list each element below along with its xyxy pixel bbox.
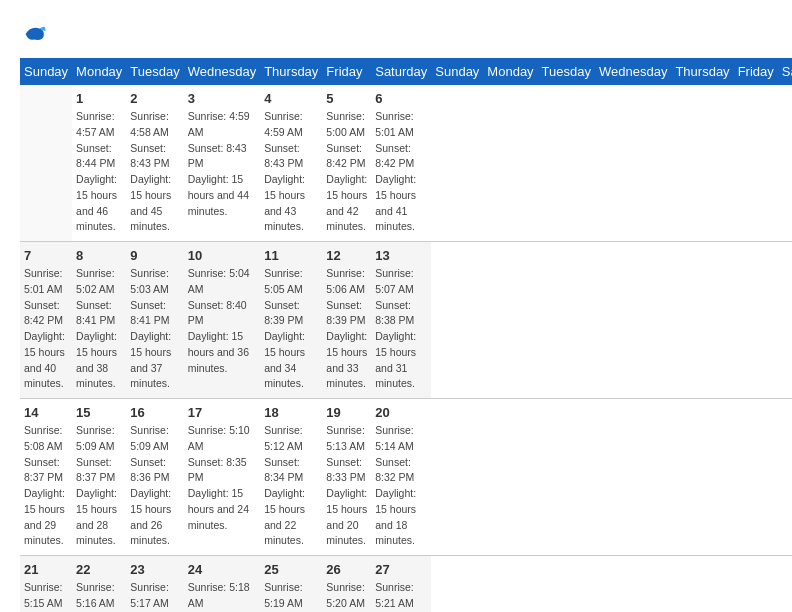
calendar-cell: 10Sunrise: 5:04 AMSunset: 8:40 PMDayligh…: [184, 242, 260, 399]
calendar-cell: 1Sunrise: 4:57 AMSunset: 8:44 PMDaylight…: [72, 85, 126, 242]
calendar-cell: 3Sunrise: 4:59 AMSunset: 8:43 PMDaylight…: [184, 85, 260, 242]
calendar-cell: 2Sunrise: 4:58 AMSunset: 8:43 PMDaylight…: [126, 85, 183, 242]
calendar-cell: [20, 85, 72, 242]
logo-icon: [20, 20, 48, 48]
day-info: Sunrise: 4:57 AMSunset: 8:44 PMDaylight:…: [76, 109, 122, 235]
day-info: Sunrise: 5:17 AMSunset: 8:29 PMDaylight:…: [130, 580, 179, 612]
calendar-table: SundayMondayTuesdayWednesdayThursdayFrid…: [20, 58, 792, 612]
day-number: 6: [375, 91, 427, 106]
day-info: Sunrise: 4:59 AMSunset: 8:43 PMDaylight:…: [188, 109, 256, 219]
calendar-cell: 7Sunrise: 5:01 AMSunset: 8:42 PMDaylight…: [20, 242, 72, 399]
day-number: 8: [76, 248, 122, 263]
day-number: 1: [76, 91, 122, 106]
header-day-wednesday: Wednesday: [595, 58, 671, 85]
header-day-sunday: Sunday: [431, 58, 483, 85]
day-number: 9: [130, 248, 179, 263]
calendar-week-1: 1Sunrise: 4:57 AMSunset: 8:44 PMDaylight…: [20, 85, 792, 242]
calendar-cell: 18Sunrise: 5:12 AMSunset: 8:34 PMDayligh…: [260, 399, 322, 556]
calendar-cell: 26Sunrise: 5:20 AMSunset: 8:26 PMDayligh…: [322, 556, 371, 613]
calendar-cell: 22Sunrise: 5:16 AMSunset: 8:30 PMDayligh…: [72, 556, 126, 613]
day-number: 18: [264, 405, 318, 420]
header-day-wednesday: Wednesday: [184, 58, 260, 85]
header-day-monday: Monday: [483, 58, 537, 85]
day-number: 24: [188, 562, 256, 577]
calendar-cell: 13Sunrise: 5:07 AMSunset: 8:38 PMDayligh…: [371, 242, 431, 399]
header-day-friday: Friday: [734, 58, 778, 85]
day-number: 2: [130, 91, 179, 106]
calendar-cell: 23Sunrise: 5:17 AMSunset: 8:29 PMDayligh…: [126, 556, 183, 613]
calendar-cell: 17Sunrise: 5:10 AMSunset: 8:35 PMDayligh…: [184, 399, 260, 556]
calendar-cell: 21Sunrise: 5:15 AMSunset: 8:31 PMDayligh…: [20, 556, 72, 613]
day-number: 12: [326, 248, 367, 263]
calendar-cell: 5Sunrise: 5:00 AMSunset: 8:42 PMDaylight…: [322, 85, 371, 242]
day-number: 16: [130, 405, 179, 420]
day-info: Sunrise: 5:09 AMSunset: 8:37 PMDaylight:…: [76, 423, 122, 549]
header-day-thursday: Thursday: [671, 58, 733, 85]
day-info: Sunrise: 5:00 AMSunset: 8:42 PMDaylight:…: [326, 109, 367, 235]
day-info: Sunrise: 5:14 AMSunset: 8:32 PMDaylight:…: [375, 423, 427, 549]
day-info: Sunrise: 5:03 AMSunset: 8:41 PMDaylight:…: [130, 266, 179, 392]
calendar-cell: 4Sunrise: 4:59 AMSunset: 8:43 PMDaylight…: [260, 85, 322, 242]
calendar-cell: 6Sunrise: 5:01 AMSunset: 8:42 PMDaylight…: [371, 85, 431, 242]
day-number: 13: [375, 248, 427, 263]
day-number: 27: [375, 562, 427, 577]
day-number: 21: [24, 562, 68, 577]
day-info: Sunrise: 5:12 AMSunset: 8:34 PMDaylight:…: [264, 423, 318, 549]
day-info: Sunrise: 5:09 AMSunset: 8:36 PMDaylight:…: [130, 423, 179, 549]
header-day-thursday: Thursday: [260, 58, 322, 85]
calendar-cell: 16Sunrise: 5:09 AMSunset: 8:36 PMDayligh…: [126, 399, 183, 556]
day-number: 14: [24, 405, 68, 420]
day-number: 20: [375, 405, 427, 420]
header-day-saturday: Saturday: [778, 58, 792, 85]
day-info: Sunrise: 5:15 AMSunset: 8:31 PMDaylight:…: [24, 580, 68, 612]
calendar-cell: 24Sunrise: 5:18 AMSunset: 8:28 PMDayligh…: [184, 556, 260, 613]
calendar-header-row: SundayMondayTuesdayWednesdayThursdayFrid…: [20, 58, 792, 85]
day-info: Sunrise: 4:59 AMSunset: 8:43 PMDaylight:…: [264, 109, 318, 235]
header-day-monday: Monday: [72, 58, 126, 85]
day-info: Sunrise: 4:58 AMSunset: 8:43 PMDaylight:…: [130, 109, 179, 235]
calendar-week-4: 21Sunrise: 5:15 AMSunset: 8:31 PMDayligh…: [20, 556, 792, 613]
day-number: 15: [76, 405, 122, 420]
day-info: Sunrise: 5:06 AMSunset: 8:39 PMDaylight:…: [326, 266, 367, 392]
day-number: 11: [264, 248, 318, 263]
day-info: Sunrise: 5:19 AMSunset: 8:27 PMDaylight:…: [264, 580, 318, 612]
day-number: 17: [188, 405, 256, 420]
day-info: Sunrise: 5:05 AMSunset: 8:39 PMDaylight:…: [264, 266, 318, 392]
header-day-tuesday: Tuesday: [126, 58, 183, 85]
day-number: 23: [130, 562, 179, 577]
day-number: 5: [326, 91, 367, 106]
calendar-cell: 8Sunrise: 5:02 AMSunset: 8:41 PMDaylight…: [72, 242, 126, 399]
day-info: Sunrise: 5:02 AMSunset: 8:41 PMDaylight:…: [76, 266, 122, 392]
day-number: 10: [188, 248, 256, 263]
header-day-saturday: Saturday: [371, 58, 431, 85]
day-number: 4: [264, 91, 318, 106]
header-day-tuesday: Tuesday: [538, 58, 595, 85]
day-number: 22: [76, 562, 122, 577]
page-header: [20, 20, 772, 48]
header-day-sunday: Sunday: [20, 58, 72, 85]
calendar-cell: 15Sunrise: 5:09 AMSunset: 8:37 PMDayligh…: [72, 399, 126, 556]
day-info: Sunrise: 5:13 AMSunset: 8:33 PMDaylight:…: [326, 423, 367, 549]
header-day-friday: Friday: [322, 58, 371, 85]
day-info: Sunrise: 5:20 AMSunset: 8:26 PMDaylight:…: [326, 580, 367, 612]
day-number: 3: [188, 91, 256, 106]
calendar-cell: 9Sunrise: 5:03 AMSunset: 8:41 PMDaylight…: [126, 242, 183, 399]
day-info: Sunrise: 5:21 AMSunset: 8:25 PMDaylight:…: [375, 580, 427, 612]
calendar-cell: 19Sunrise: 5:13 AMSunset: 8:33 PMDayligh…: [322, 399, 371, 556]
day-info: Sunrise: 5:01 AMSunset: 8:42 PMDaylight:…: [375, 109, 427, 235]
calendar-cell: 11Sunrise: 5:05 AMSunset: 8:39 PMDayligh…: [260, 242, 322, 399]
day-info: Sunrise: 5:10 AMSunset: 8:35 PMDaylight:…: [188, 423, 256, 533]
day-number: 19: [326, 405, 367, 420]
day-number: 25: [264, 562, 318, 577]
calendar-cell: 12Sunrise: 5:06 AMSunset: 8:39 PMDayligh…: [322, 242, 371, 399]
logo: [20, 20, 52, 48]
day-number: 7: [24, 248, 68, 263]
day-number: 26: [326, 562, 367, 577]
calendar-cell: 14Sunrise: 5:08 AMSunset: 8:37 PMDayligh…: [20, 399, 72, 556]
day-info: Sunrise: 5:08 AMSunset: 8:37 PMDaylight:…: [24, 423, 68, 549]
calendar-cell: 20Sunrise: 5:14 AMSunset: 8:32 PMDayligh…: [371, 399, 431, 556]
day-info: Sunrise: 5:16 AMSunset: 8:30 PMDaylight:…: [76, 580, 122, 612]
calendar-cell: 25Sunrise: 5:19 AMSunset: 8:27 PMDayligh…: [260, 556, 322, 613]
calendar-week-3: 14Sunrise: 5:08 AMSunset: 8:37 PMDayligh…: [20, 399, 792, 556]
day-info: Sunrise: 5:18 AMSunset: 8:28 PMDaylight:…: [188, 580, 256, 612]
